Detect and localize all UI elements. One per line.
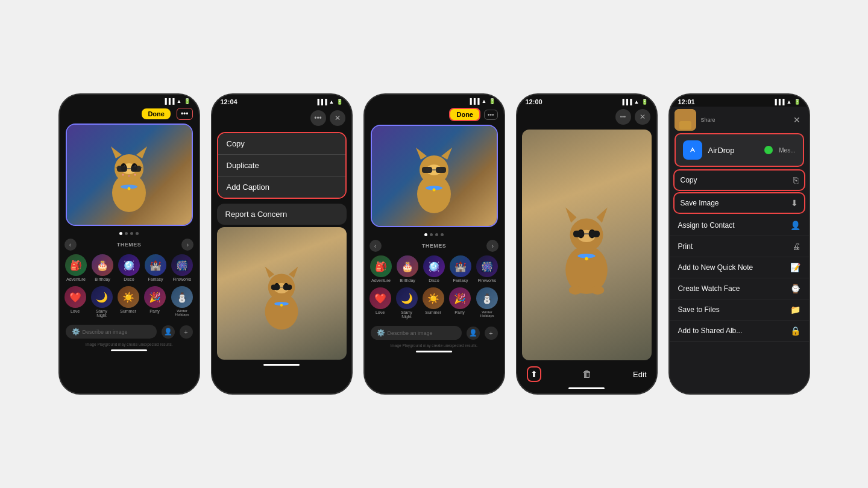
save-image-label: Save Image <box>681 199 719 207</box>
share-close-button[interactable]: ✕ <box>790 114 804 126</box>
menu-item-duplicate[interactable]: Duplicate <box>218 155 345 177</box>
edit-button-4[interactable]: Edit <box>633 370 646 379</box>
more-options-button-1[interactable]: ••• <box>177 108 193 120</box>
watch-face-icon: ⌚ <box>790 284 800 293</box>
more-options-icon[interactable]: ••• <box>310 110 326 126</box>
quick-note-icon: 📝 <box>790 263 800 272</box>
person-icon-btn[interactable]: 👤 <box>162 325 175 339</box>
menu-item-add-caption[interactable]: Add Caption <box>218 177 345 198</box>
theme-winter-icon: ⛄ <box>171 286 193 308</box>
svg-rect-51 <box>589 231 600 237</box>
add-icon-btn[interactable]: + <box>180 325 193 339</box>
theme-party[interactable]: 🎉 Party <box>144 286 166 318</box>
add-3-btn[interactable]: + <box>485 327 498 340</box>
person-3-btn[interactable]: 👤 <box>467 327 480 340</box>
disclaimer-3: Image Playground may create unexpected r… <box>365 342 504 349</box>
theme-adventure[interactable]: 🎒 Adventure <box>65 254 87 281</box>
cat-svg-2 <box>254 257 309 330</box>
copy-label: Copy <box>681 176 697 184</box>
airdrop-icon <box>683 140 702 160</box>
theme-adventure-icon: 🎒 <box>65 254 87 276</box>
home-indicator-1 <box>111 349 147 351</box>
close-icon-4[interactable]: ✕ <box>635 109 650 125</box>
assign-contact-option[interactable]: Assign to Contact 👤 <box>670 215 809 236</box>
done-button-1[interactable]: Done <box>142 108 171 119</box>
generated-image-3 <box>371 125 498 227</box>
theme-3-disco[interactable]: 🪩 Disco <box>423 255 445 283</box>
theme-3-love[interactable]: ❤️ Love <box>370 287 391 319</box>
theme-summer-icon: ☀️ <box>118 286 139 308</box>
svg-line-15 <box>141 167 142 168</box>
theme-fireworks[interactable]: 🎆 Fireworks <box>171 254 193 281</box>
svg-marker-46 <box>597 207 608 223</box>
save-image-option[interactable]: Save Image ⬇ <box>673 192 805 214</box>
screen3-content: Done ••• <box>365 105 504 390</box>
status-bar-3: ▐▐▐ ▲ 🔋 <box>365 95 504 105</box>
cat-svg-3 <box>404 137 464 215</box>
prev-theme-3[interactable]: ‹ <box>370 240 382 252</box>
time-5: 12:01 <box>678 98 695 105</box>
done-button-3[interactable]: Done <box>449 108 480 121</box>
svg-rect-11 <box>117 166 127 172</box>
share-button-4[interactable]: ⬆ <box>527 366 541 382</box>
svg-point-60 <box>687 145 697 155</box>
describe-input-1[interactable]: ⚙️ Describe an image <box>66 325 157 339</box>
theme-birthday[interactable]: 🎂 Birthday <box>92 254 113 281</box>
shared-album-option[interactable]: Add to Shared Alb... 🔒 <box>670 321 809 342</box>
theme-disco[interactable]: 🪩 Disco <box>118 254 140 281</box>
cat-image-2 <box>217 227 347 360</box>
prev-theme-button[interactable]: ‹ <box>64 239 77 251</box>
describe-placeholder-1: Describe an image <box>83 329 128 335</box>
cat-image-1 <box>67 125 192 225</box>
themes-row-3b: ❤️ Love 🌙 Starry Night ☀️ Summer 🎉 Party… <box>365 285 504 321</box>
svg-marker-35 <box>416 148 427 160</box>
theme-3-party[interactable]: 🎉 Party <box>449 287 471 319</box>
theme-3-winter[interactable]: ⛄ Winter Holidays <box>476 287 499 319</box>
close-icon[interactable]: ✕ <box>330 110 345 126</box>
shared-album-label: Add to Shared Alb... <box>678 327 743 335</box>
themes-label-1: THEMES <box>117 242 142 248</box>
context-menu-highlighted: Copy Duplicate Add Caption <box>217 132 347 199</box>
phone-screen-5: 12:01 ▐▐▐ ▲ 🔋 Share ✕ <box>668 93 810 395</box>
theme-fantasy[interactable]: 🏰 Fantasy <box>145 254 166 281</box>
theme-fireworks-icon: 🎆 <box>171 254 193 276</box>
theme-love[interactable]: ❤️ Love <box>64 286 86 318</box>
airdrop-row[interactable]: AirDrop Mes... <box>675 133 804 167</box>
theme-love-icon: ❤️ <box>64 286 86 308</box>
theme-winter[interactable]: ⛄ Winter Holidays <box>171 286 194 318</box>
svg-rect-28 <box>271 284 280 290</box>
theme-3-starry[interactable]: 🌙 Starry Night <box>396 287 418 319</box>
save-files-option[interactable]: Save to Files 📁 <box>670 299 809 321</box>
theme-3-fantasy[interactable]: 🏰 Fantasy <box>450 255 471 283</box>
menu-item-report[interactable]: Report a Concern <box>217 204 347 225</box>
home-indicator-4 <box>568 387 605 389</box>
theme-3-adventure[interactable]: 🎒 Adventure <box>370 255 392 283</box>
trash-button-4[interactable]: 🗑 <box>582 369 592 380</box>
theme-3-fireworks[interactable]: 🎆 Fireworks <box>476 255 498 283</box>
copy-option[interactable]: Copy ⎘ <box>673 169 805 191</box>
print-option[interactable]: Print 🖨 <box>670 236 809 257</box>
watch-face-option[interactable]: Create Watch Face ⌚ <box>670 278 809 299</box>
screen3-header: Done ••• <box>365 105 504 121</box>
quick-note-option[interactable]: Add to New Quick Note 📝 <box>670 257 809 278</box>
describe-input-3[interactable]: ⚙️ Describe an image <box>371 326 462 340</box>
next-theme-button[interactable]: › <box>181 239 193 251</box>
screen4-top-bar: ••• ✕ <box>517 107 656 127</box>
svg-rect-59 <box>679 121 691 130</box>
home-indicator-2 <box>263 364 300 366</box>
theme-3-summer[interactable]: ☀️ Summer <box>423 287 444 319</box>
theme-summer[interactable]: ☀️ Summer <box>118 286 139 318</box>
theme-starry[interactable]: 🌙 Starry Night <box>91 286 113 318</box>
screenshots-container: ▐▐▐ ▲ 🔋 Done ••• <box>46 81 822 407</box>
themes-label-3: THEMES <box>422 243 447 249</box>
phone-screen-3: ▐▐▐ ▲ 🔋 Done ••• <box>363 93 505 395</box>
menu-item-copy[interactable]: Copy <box>218 133 345 155</box>
theme-3-birthday[interactable]: 🎂 Birthday <box>397 255 418 283</box>
themes-nav-3: ‹ THEMES › <box>365 239 504 253</box>
status-icons-3: ▐▐▐ ▲ 🔋 <box>468 98 495 104</box>
cat-svg-1 <box>99 136 159 214</box>
cat-svg-4 <box>553 195 620 295</box>
next-theme-3[interactable]: › <box>486 240 498 252</box>
more-options-button-3[interactable]: ••• <box>484 110 498 120</box>
more-options-4[interactable]: ••• <box>615 109 631 125</box>
